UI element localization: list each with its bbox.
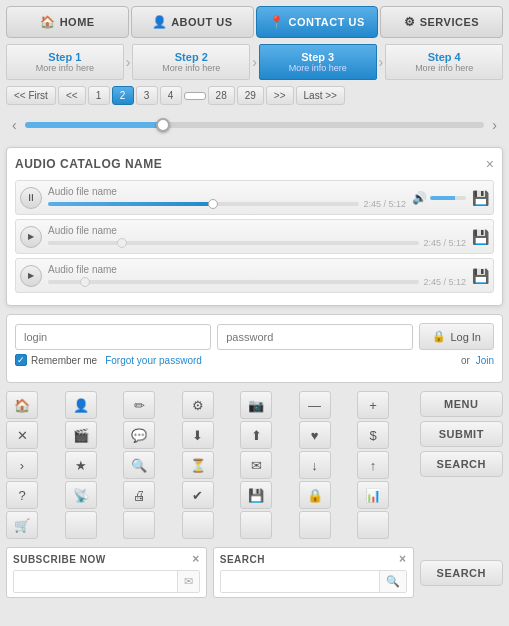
icon-empty-1[interactable]	[65, 511, 97, 539]
icon-question[interactable]: ?	[6, 481, 38, 509]
or-text: or	[461, 355, 470, 366]
password-input[interactable]	[217, 324, 413, 350]
page-28[interactable]: 28	[208, 86, 235, 105]
audio-thumb-1	[208, 199, 218, 209]
page-29[interactable]: 29	[237, 86, 264, 105]
page-4[interactable]: 4	[160, 86, 182, 105]
icon-down[interactable]: ⬇	[182, 421, 214, 449]
login-input[interactable]	[15, 324, 211, 350]
audio-play-btn-2[interactable]	[20, 226, 42, 248]
icon-empty-5[interactable]	[299, 511, 331, 539]
login-btn-label: Log In	[450, 331, 481, 343]
step-4[interactable]: Step 4 More info here	[385, 44, 503, 80]
slider-track[interactable]	[25, 122, 485, 128]
icon-dollar[interactable]: $	[357, 421, 389, 449]
icon-heart[interactable]: ♥	[299, 421, 331, 449]
audio-progress-2[interactable]	[48, 241, 419, 245]
vol-track-1[interactable]	[430, 196, 466, 200]
icon-timer[interactable]: ⏳	[182, 451, 214, 479]
icon-plus[interactable]: +	[357, 391, 389, 419]
save-btn-1[interactable]: 💾	[472, 190, 489, 206]
audio-volume-1: 🔊	[412, 191, 466, 205]
icon-search[interactable]: 🔍	[123, 451, 155, 479]
icon-home[interactable]: 🏠	[6, 391, 38, 419]
menu-btn[interactable]: MENU	[420, 391, 503, 417]
icon-chart[interactable]: 📊	[357, 481, 389, 509]
join-link[interactable]: Join	[476, 355, 494, 366]
login-button[interactable]: 🔒 Log In	[419, 323, 494, 350]
nav-contact[interactable]: 📍 CONTACT US	[256, 6, 379, 38]
icon-user[interactable]: 👤	[65, 391, 97, 419]
icon-empty-3[interactable]	[182, 511, 214, 539]
page-box[interactable]	[184, 92, 206, 100]
submit-btn[interactable]: SUBMIT	[420, 421, 503, 447]
audio-play-btn-3[interactable]	[20, 265, 42, 287]
icon-empty-2[interactable]	[123, 511, 155, 539]
icon-camera[interactable]: 📷	[240, 391, 272, 419]
nav-services[interactable]: ⚙ SERVICES	[380, 6, 503, 38]
icon-sort-up[interactable]: ↑	[357, 451, 389, 479]
subscribe-box: SUBSCRIBE NOW × ✉	[6, 547, 207, 598]
icon-email[interactable]: ✉	[240, 451, 272, 479]
subscribe-close-btn[interactable]: ×	[192, 552, 200, 566]
remember-checkbox[interactable]: ✓	[15, 354, 27, 366]
icon-lock[interactable]: 🔒	[299, 481, 331, 509]
step-1-sub: More info here	[11, 63, 119, 73]
page-3[interactable]: 3	[136, 86, 158, 105]
audio-progress-1[interactable]	[48, 202, 359, 206]
icon-save[interactable]: 💾	[240, 481, 272, 509]
bottom-search-btn[interactable]: SEARCH	[420, 560, 503, 586]
nav-about[interactable]: 👤 ABOUT US	[131, 6, 254, 38]
icon-grid: 🏠 👤 ✏ ⚙ 📷 — + ✕ 🎬 💬 ⬇ ⬆ ♥ $ › ★ 🔍 ⏳ ✉ ↓ …	[6, 391, 414, 539]
icon-empty-6[interactable]	[357, 511, 389, 539]
page-next[interactable]: >>	[266, 86, 294, 105]
search-btn[interactable]: SEARCH	[420, 451, 503, 477]
search-close-btn[interactable]: ×	[399, 552, 407, 566]
step-2-sub: More info here	[137, 63, 245, 73]
search-input[interactable]	[221, 571, 379, 592]
slider-left-arrow[interactable]: ‹	[8, 115, 21, 135]
slider-right-arrow[interactable]: ›	[488, 115, 501, 135]
audio-row-2: Audio file name 2:45 / 5:12 💾	[15, 219, 494, 254]
save-btn-3[interactable]: 💾	[472, 268, 489, 284]
bottom-row: SUBSCRIBE NOW × ✉ SEARCH × 🔍 SEARCH	[6, 547, 503, 598]
page-1[interactable]: 1	[88, 86, 110, 105]
nav-home-label: HOME	[60, 16, 95, 28]
icon-print[interactable]: 🖨	[123, 481, 155, 509]
subscribe-input[interactable]	[14, 571, 177, 592]
audio-info-1: Audio file name 2:45 / 5:12	[48, 186, 406, 209]
step-2[interactable]: Step 2 More info here	[132, 44, 250, 80]
icon-minus[interactable]: —	[299, 391, 331, 419]
step-3[interactable]: Step 3 More info here	[259, 44, 377, 80]
icon-gear[interactable]: ⚙	[182, 391, 214, 419]
icon-check[interactable]: ✔	[182, 481, 214, 509]
icon-edit[interactable]: ✏	[123, 391, 155, 419]
page-first[interactable]: << First	[6, 86, 56, 105]
icon-chat[interactable]: 💬	[123, 421, 155, 449]
step-1[interactable]: Step 1 More info here	[6, 44, 124, 80]
icon-close[interactable]: ✕	[6, 421, 38, 449]
slider-thumb[interactable]	[156, 118, 170, 132]
nav-home[interactable]: 🏠 HOME	[6, 6, 129, 38]
step-4-title: Step 4	[390, 51, 498, 63]
page-prev-prev[interactable]: <<	[58, 86, 86, 105]
icon-arrow-right[interactable]: ›	[6, 451, 38, 479]
audio-thumb-3	[80, 277, 90, 287]
page-2[interactable]: 2	[112, 86, 134, 105]
icon-up[interactable]: ⬆	[240, 421, 272, 449]
icon-star[interactable]: ★	[65, 451, 97, 479]
catalog-close-btn[interactable]: ×	[486, 156, 494, 172]
search-input-wrapper: 🔍	[220, 570, 407, 593]
icon-cart[interactable]: 🛒	[6, 511, 38, 539]
step-3-title: Step 3	[264, 51, 372, 63]
page-last[interactable]: Last >>	[296, 86, 345, 105]
save-btn-2[interactable]: 💾	[472, 229, 489, 245]
icon-empty-4[interactable]	[240, 511, 272, 539]
remember-label[interactable]: ✓ Remember me	[15, 354, 97, 366]
icon-sort-down[interactable]: ↓	[299, 451, 331, 479]
icon-rss[interactable]: 📡	[65, 481, 97, 509]
forgot-password-link[interactable]: Forgot your password	[105, 355, 202, 366]
icon-video[interactable]: 🎬	[65, 421, 97, 449]
audio-pause-btn-1[interactable]	[20, 187, 42, 209]
audio-progress-3[interactable]	[48, 280, 419, 284]
